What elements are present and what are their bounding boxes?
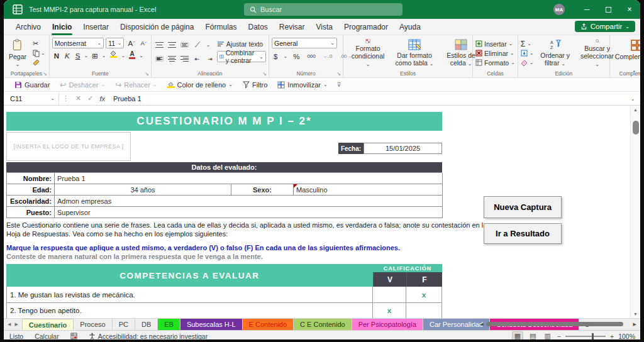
format-painter-button[interactable] [31,58,47,67]
italic-button[interactable]: K [63,50,72,61]
decrease-indent-button[interactable]: ⇤ [193,53,202,64]
worksheet-canvas[interactable]: CUESTIONARIO M M P I – 2* [INSERTA EL LO… [4,106,630,318]
shrink-font-button[interactable]: Aˇ [138,38,148,48]
answer-v-cell[interactable]: x [373,303,406,318]
fecha-value-cell[interactable]: 15/01/2025 [364,143,442,154]
zoom-slider[interactable] [565,336,606,337]
orientation-button[interactable]: ⟋ [193,40,202,50]
conditional-formatting-button[interactable]: Formato condicional ⌄ [346,38,390,69]
zoom-out-button[interactable]: − [557,333,561,340]
align-bottom-button[interactable] [180,42,189,48]
comma-style-button[interactable]: 000 [305,51,317,62]
tab-scroll-right-icon[interactable]: ▶ [14,319,21,330]
customize-qat-icon[interactable]: ⊽ [333,82,341,88]
cut-button[interactable]: ✂ [31,39,47,48]
scroll-up-icon[interactable]: ▲ [631,108,640,112]
normal-view-button[interactable]: ▦ [512,331,523,339]
align-right-button[interactable] [180,56,189,62]
dialog-launcher-icon[interactable]: ↘ [262,71,267,77]
vertical-scrollbar[interactable]: ▲ ▼ [630,106,640,318]
sheet-tab-proceso[interactable]: Proceso [74,319,112,330]
page-break-view-button[interactable]: ▥ [542,332,552,339]
align-center-button[interactable] [168,56,176,62]
horizontal-scroll-thumb[interactable] [486,322,623,326]
answer-f-cell[interactable] [406,303,442,318]
align-top-button[interactable] [155,42,164,48]
borders-button[interactable]: ⊞ [90,50,100,61]
zoom-level[interactable]: 100% [618,333,638,340]
currency-button[interactable]: $ [272,51,279,62]
sexo-value-cell[interactable]: Masculino [294,184,443,196]
name-box[interactable]: C11⌄ [4,92,59,105]
tab-archivo[interactable]: Archivo [10,19,47,35]
dialog-launcher-icon[interactable]: ↘ [145,71,149,77]
nueva-captura-button[interactable]: Nueva Captura [484,196,562,218]
tab-revisar[interactable]: Revisar [274,19,311,35]
expand-formula-bar-icon[interactable]: ⌄ [630,96,635,102]
tab-scroll-left-icon[interactable]: ◀ [4,319,14,330]
sheet-tab-db[interactable]: DB [135,319,158,330]
align-left-button[interactable] [155,56,164,62]
zoom-slider-thumb[interactable] [592,333,594,339]
status-calculate[interactable]: Calcular [29,333,65,340]
font-color-button[interactable]: A [127,50,137,61]
sheet-tab-ce-contenido[interactable]: C E Contenido [294,319,352,330]
save-button[interactable]: Guardar [10,79,54,91]
delete-cells-button[interactable]: Eliminar⌄ [475,48,515,58]
tab-vista[interactable]: Vista [311,19,338,35]
close-button[interactable]: × [619,0,640,19]
tab-ayuda[interactable]: Ayuda [394,19,426,35]
share-button[interactable]: Compartir ⌄ [575,21,635,32]
fx-icon[interactable]: fx [96,95,108,102]
redo-button[interactable]: ↪Rehacer⌄ [111,79,161,91]
sheet-tab-eb[interactable]: EB [158,319,180,330]
collapse-ribbon-button[interactable]: ⌃ [631,70,636,76]
copy-button[interactable]: ⌄ [31,48,47,58]
fill-button[interactable]: ⌄ [521,48,534,58]
nombre-value-cell[interactable]: Prueba 1 [55,173,443,184]
cancel-icon[interactable]: ✕ [72,94,84,102]
percent-button[interactable]: % [291,51,301,62]
escolaridad-value-cell[interactable]: Admon empresas [55,196,443,207]
zoom-in-button[interactable]: + [610,333,614,340]
align-middle-button[interactable] [168,42,176,48]
question-cell[interactable]: 2. Tengo buen apetito. [6,303,373,318]
hscroll-left-icon[interactable]: ◀ [480,322,483,327]
answer-f-cell[interactable]: x [406,287,442,303]
underline-button[interactable]: S [74,50,82,61]
scroll-down-icon[interactable]: ▼ [631,312,640,316]
merge-center-button[interactable]: Combinar y centrar⌄ [217,51,266,62]
grow-font-button[interactable]: Aˆ [126,38,136,48]
tab-datos[interactable]: Datos [242,19,273,35]
undo-button[interactable]: ↩Deshacer⌄ [55,79,109,91]
tab-insertar[interactable]: Insertar [77,19,114,35]
vertical-scroll-thumb[interactable] [633,121,639,135]
insert-cells-button[interactable]: Insertar⌄ [475,39,515,48]
fill-color-button[interactable] [108,50,119,61]
question-cell[interactable]: 1. Me gustan las revistas de mecánica. [6,287,373,303]
addins-button[interactable]: Complementos [613,38,640,69]
page-layout-view-button[interactable]: ▤ [528,332,538,339]
increase-indent-button[interactable]: ⇥ [206,53,214,64]
autosum-button[interactable]: Σ⌄ [521,39,534,48]
bold-button[interactable]: N [52,50,61,61]
filter-button[interactable]: Filtro [238,79,272,91]
puesto-value-cell[interactable]: Supervisor [55,207,443,218]
tab-formulas[interactable]: Fórmulas [199,19,242,35]
number-format-select[interactable]: General⌄ [272,38,337,48]
search-input[interactable]: Buscar [244,3,402,16]
macro-record-icon[interactable] [65,333,83,339]
sheet-tab-per-psicopatologia[interactable]: Per Psicopatología [352,319,423,330]
sheet-tab-pc[interactable]: PC [113,319,135,330]
horizontal-scrollbar[interactable] [486,321,631,327]
format-cells-button[interactable]: Formato⌄ [475,58,515,67]
sheet-tab-e-contenido[interactable]: E Contenido [243,319,294,330]
font-name-select[interactable]: Montserrat⌄ [52,38,104,48]
dialog-launcher-icon[interactable]: ↘ [43,71,47,77]
tab-disposicion[interactable]: Disposición de página [114,19,199,35]
ir-a-resultado-button[interactable]: Ir a Resultado [484,223,562,244]
splitter-dots-icon[interactable]: ⋮ [471,321,477,328]
avatar[interactable]: MA [553,4,565,15]
font-size-select[interactable]: 11⌄ [106,38,124,48]
dialog-launcher-icon[interactable]: ↘ [336,71,341,77]
